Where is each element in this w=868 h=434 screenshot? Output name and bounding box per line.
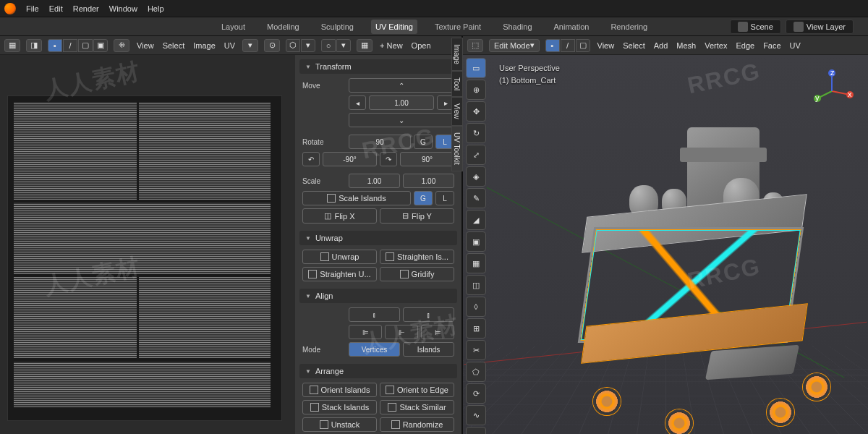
gridify-button[interactable]: Gridify bbox=[380, 267, 454, 281]
face-select-icon[interactable]: ▢ bbox=[78, 39, 93, 52]
orient-edge-button[interactable]: Orient to Edge bbox=[380, 383, 454, 397]
mode-dropdown[interactable]: Edit Mode ▾ bbox=[489, 39, 540, 52]
orient-islands-button[interactable]: Orient Islands bbox=[302, 383, 377, 397]
viewlayer-field[interactable]: View Layer bbox=[786, 20, 854, 34]
poly-tool-icon[interactable]: ⬠ bbox=[466, 362, 486, 382]
straighten-islands-button[interactable]: Straighten Is... bbox=[380, 250, 454, 264]
move-left-icon[interactable]: ◂ bbox=[349, 95, 366, 110]
rotate-ccw-icon[interactable]: ↶ bbox=[302, 152, 320, 166]
image-link-icon[interactable]: ▦ bbox=[357, 39, 373, 52]
pivot-icon[interactable]: ⊙ bbox=[264, 39, 280, 52]
falloff-icon[interactable]: ▾ bbox=[336, 39, 351, 52]
vp-menu-mesh[interactable]: Mesh bbox=[675, 41, 697, 50]
move-tool-icon[interactable]: ✥ bbox=[466, 101, 486, 122]
annotate-tool-icon[interactable]: ✎ bbox=[466, 188, 486, 208]
slide-tool-icon[interactable]: ⇄ bbox=[466, 427, 486, 434]
section-align[interactable]: Align bbox=[299, 289, 457, 303]
tab-shading[interactable]: Shading bbox=[498, 20, 536, 34]
snap-icon[interactable]: ⬡ bbox=[286, 39, 300, 52]
flip-x-button[interactable]: ◫Flip X bbox=[302, 208, 377, 224]
straighten-uv-button[interactable]: Straighten U... bbox=[302, 267, 377, 281]
viewport-canvas[interactable]: ▭ ⊕ ✥ ↻ ⤢ ◈ ✎ ◢ ▣ ▦ ◫ ◊ ⊞ ✂ ⬠ ⟳ ∿ ⇄ User… bbox=[463, 55, 868, 434]
stack-islands-button[interactable]: Stack Islands bbox=[302, 400, 377, 414]
menu-file[interactable]: File bbox=[26, 4, 39, 13]
menu-help[interactable]: Help bbox=[148, 4, 164, 13]
snap-type-icon[interactable]: ▾ bbox=[301, 39, 315, 52]
unstack-button[interactable]: Unstack bbox=[302, 417, 377, 432]
vp-menu-vertex[interactable]: Vertex bbox=[703, 41, 728, 50]
tab-view[interactable]: View bbox=[451, 97, 463, 126]
flip-y-button[interactable]: ⊟Flip Y bbox=[380, 208, 454, 224]
align-c-icon[interactable]: ⊩ bbox=[385, 325, 418, 339]
stack-similar-button[interactable]: Stack Similar bbox=[380, 400, 454, 414]
image-browse-icon[interactable]: ▾ bbox=[242, 39, 258, 52]
scale-tool-icon[interactable]: ⤢ bbox=[466, 145, 486, 165]
knife-tool-icon[interactable]: ✂ bbox=[466, 340, 486, 360]
tab-texture-paint[interactable]: Texture Paint bbox=[430, 20, 485, 34]
scale-x[interactable]: 1.00 bbox=[349, 174, 400, 188]
randomize-button[interactable]: Randomize bbox=[380, 417, 454, 432]
vp-menu-uv[interactable]: UV bbox=[788, 41, 802, 50]
vp-menu-edge[interactable]: Edge bbox=[734, 41, 756, 50]
vertex-select-icon[interactable]: ▪ bbox=[48, 39, 62, 52]
tab-uv-toolkit[interactable]: UV Toolkit bbox=[451, 126, 463, 171]
align-l-icon[interactable]: ⊫ bbox=[349, 325, 382, 339]
rotate-g[interactable]: G bbox=[414, 135, 433, 149]
menu-window[interactable]: Window bbox=[109, 4, 137, 13]
editor-type-icon[interactable]: ▦ bbox=[4, 39, 20, 52]
menu-edit[interactable]: Edit bbox=[49, 4, 63, 13]
tab-uv-editing[interactable]: UV Editing bbox=[371, 20, 417, 34]
mode-islands[interactable]: Islands bbox=[403, 342, 454, 357]
rotate-tool-icon[interactable]: ↻ bbox=[466, 123, 486, 143]
scale-l[interactable]: L bbox=[435, 191, 454, 205]
extrude-tool-icon[interactable]: ▦ bbox=[466, 253, 486, 273]
mode-vertices[interactable]: Vertices bbox=[349, 342, 400, 357]
spin-tool-icon[interactable]: ⟳ bbox=[466, 383, 486, 404]
tab-rendering[interactable]: Rendering bbox=[606, 20, 652, 34]
sticky-icon[interactable]: ⁜ bbox=[114, 39, 129, 52]
scene-field[interactable]: Scene bbox=[730, 20, 781, 34]
face-mode-icon[interactable]: ▢ bbox=[576, 39, 590, 52]
transform-tool-icon[interactable]: ◈ bbox=[466, 166, 486, 187]
uv-mode-icon[interactable]: ◨ bbox=[26, 39, 42, 52]
vp-menu-face[interactable]: Face bbox=[762, 41, 782, 50]
unwrap-button[interactable]: Unwrap bbox=[302, 250, 377, 264]
editor-type-3d-icon[interactable]: ⬚ bbox=[467, 39, 483, 52]
tab-sculpting[interactable]: Sculpting bbox=[317, 20, 358, 34]
select-tool-icon[interactable]: ▭ bbox=[466, 58, 486, 78]
vertex-mode-icon[interactable]: ▪ bbox=[545, 39, 560, 52]
rotate-value[interactable]: 90 bbox=[349, 135, 411, 149]
edge-mode-icon[interactable]: / bbox=[561, 39, 575, 52]
edge-select-icon[interactable]: / bbox=[63, 39, 77, 52]
uv-menu-uv[interactable]: UV bbox=[223, 41, 237, 50]
loopcut-tool-icon[interactable]: ⊞ bbox=[466, 318, 486, 339]
cursor-tool-icon[interactable]: ⊕ bbox=[466, 80, 486, 100]
vp-menu-view[interactable]: View bbox=[596, 41, 616, 50]
measure-tool-icon[interactable]: ◢ bbox=[466, 210, 486, 230]
tab-image[interactable]: Image bbox=[451, 38, 463, 71]
open-button[interactable]: Open bbox=[410, 41, 433, 50]
rotate-pos90[interactable]: 90° bbox=[400, 152, 454, 166]
uv-menu-image[interactable]: Image bbox=[192, 41, 217, 50]
scale-y[interactable]: 1.00 bbox=[403, 174, 454, 188]
tab-modeling[interactable]: Modeling bbox=[263, 20, 304, 34]
section-arrange[interactable]: Arrange bbox=[299, 364, 457, 378]
uv-menu-view[interactable]: View bbox=[135, 41, 156, 50]
align-b-icon[interactable]: ⫿ bbox=[403, 307, 454, 322]
rotate-neg90[interactable]: -90° bbox=[323, 152, 377, 166]
uv-canvas[interactable] bbox=[0, 55, 295, 434]
vp-menu-add[interactable]: Add bbox=[652, 41, 670, 50]
bevel-tool-icon[interactable]: ◊ bbox=[466, 297, 486, 317]
scale-islands-button[interactable]: Scale Islands bbox=[302, 191, 411, 205]
tab-animation[interactable]: Animation bbox=[550, 20, 594, 34]
new-button[interactable]: + New bbox=[378, 41, 404, 50]
nav-gizmo-icon[interactable]: xyz bbox=[810, 69, 854, 113]
island-select-icon[interactable]: ▣ bbox=[93, 39, 108, 52]
smooth-tool-icon[interactable]: ∿ bbox=[466, 405, 486, 425]
align-r-icon[interactable]: ⊨ bbox=[421, 325, 454, 339]
move-up-icon[interactable]: ⌃ bbox=[349, 78, 454, 93]
move-value[interactable]: 1.00 bbox=[369, 95, 434, 110]
move-down-icon[interactable]: ⌄ bbox=[349, 113, 454, 127]
tab-tool[interactable]: Tool bbox=[451, 71, 463, 97]
align-t-icon[interactable]: ⫾ bbox=[349, 307, 400, 322]
